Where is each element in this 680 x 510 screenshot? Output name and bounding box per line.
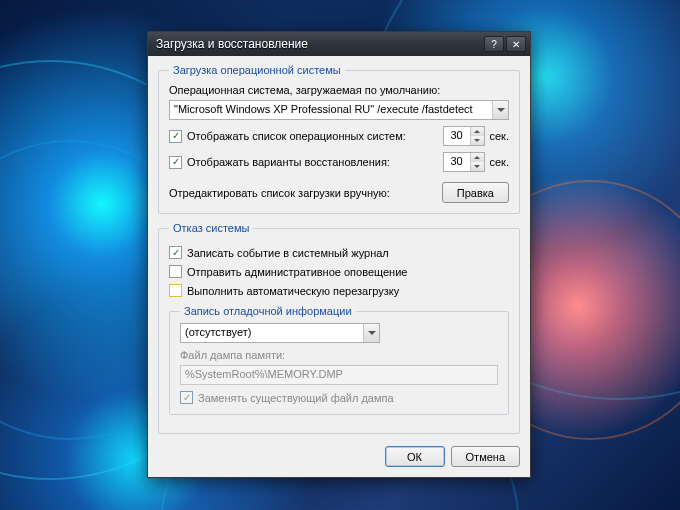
show-os-list-label: Отображать список операционных систем: (187, 130, 438, 142)
chevron-down-icon (497, 108, 505, 112)
default-os-label: Операционная система, загружаемая по умо… (169, 84, 509, 96)
close-icon: ✕ (512, 39, 520, 50)
auto-restart-checkbox[interactable] (169, 284, 182, 297)
show-recovery-label: Отображать варианты восстановления: (187, 156, 438, 168)
debug-info-legend: Запись отладочной информации (180, 305, 356, 317)
dialog-footer: ОК Отмена (158, 442, 520, 467)
auto-restart-label: Выполнить автоматическую перезагрузку (187, 285, 509, 297)
spinner-up[interactable] (471, 153, 484, 162)
default-os-value: "Microsoft Windows XP Professional RU" /… (170, 101, 492, 119)
spinner-down[interactable] (471, 162, 484, 171)
chevron-down-icon (368, 331, 376, 335)
overwrite-dump-checkbox (180, 391, 193, 404)
write-event-checkbox[interactable] (169, 246, 182, 259)
chevron-down-icon (474, 139, 480, 142)
dropdown-button[interactable] (363, 324, 379, 342)
spinner-down[interactable] (471, 136, 484, 145)
os-list-time-value: 30 (444, 127, 470, 145)
dump-file-label: Файл дампа памяти: (180, 349, 498, 361)
dialog-body: Загрузка операционной системы Операционн… (148, 56, 530, 477)
recovery-time-spinner[interactable]: 30 (443, 152, 485, 172)
overwrite-dump-label: Заменять существующий файл дампа (198, 392, 498, 404)
seconds-suffix: сек. (490, 130, 510, 142)
dump-file-field: %SystemRoot%\MEMORY.DMP (180, 365, 498, 385)
system-failure-group: Отказ системы Записать событие в системн… (158, 222, 520, 434)
spinner-up[interactable] (471, 127, 484, 136)
write-event-label: Записать событие в системный журнал (187, 247, 509, 259)
show-os-list-checkbox[interactable] (169, 130, 182, 143)
system-startup-group: Загрузка операционной системы Операционн… (158, 64, 520, 214)
ok-button[interactable]: ОК (385, 446, 445, 467)
startup-recovery-dialog: Загрузка и восстановление ? ✕ Загрузка о… (147, 31, 531, 478)
system-failure-legend: Отказ системы (169, 222, 253, 234)
seconds-suffix: сек. (490, 156, 510, 168)
titlebar[interactable]: Загрузка и восстановление ? ✕ (148, 32, 530, 56)
debug-info-group: Запись отладочной информации (отсутствуе… (169, 305, 509, 415)
debug-type-dropdown[interactable]: (отсутствует) (180, 323, 380, 343)
edit-button[interactable]: Правка (442, 182, 509, 203)
admin-alert-checkbox[interactable] (169, 265, 182, 278)
edit-manually-label: Отредактировать список загрузки вручную: (169, 187, 437, 199)
os-list-time-spinner[interactable]: 30 (443, 126, 485, 146)
system-startup-legend: Загрузка операционной системы (169, 64, 345, 76)
dropdown-button[interactable] (492, 101, 508, 119)
cancel-button[interactable]: Отмена (451, 446, 520, 467)
debug-type-value: (отсутствует) (181, 324, 363, 342)
admin-alert-label: Отправить административное оповещение (187, 266, 509, 278)
chevron-up-icon (474, 156, 480, 159)
close-button[interactable]: ✕ (506, 36, 526, 52)
help-button[interactable]: ? (484, 36, 504, 52)
recovery-time-value: 30 (444, 153, 470, 171)
show-recovery-checkbox[interactable] (169, 156, 182, 169)
chevron-down-icon (474, 165, 480, 168)
chevron-up-icon (474, 130, 480, 133)
default-os-dropdown[interactable]: "Microsoft Windows XP Professional RU" /… (169, 100, 509, 120)
dialog-title: Загрузка и восстановление (156, 37, 482, 51)
